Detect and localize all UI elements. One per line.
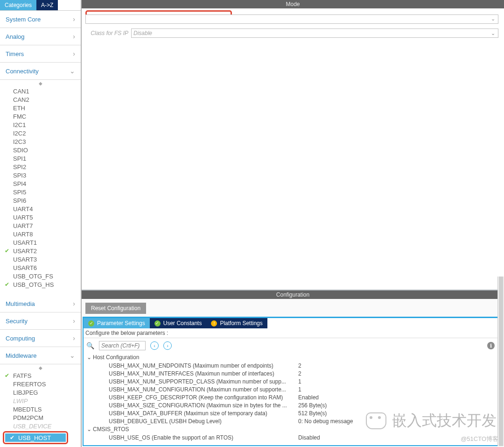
chevron-down-icon: ⌄ [70, 67, 75, 75]
chevron-down-icon: ⌄ [85, 426, 93, 433]
tree-item-can1[interactable]: ✔CAN1 [0, 87, 81, 95]
config-note: Configure the below parameters : [84, 328, 502, 338]
tree-item-usb_host[interactable]: ✔USB_HOST [5, 433, 66, 442]
tab-categories[interactable]: Categories [0, 0, 36, 10]
search-icon: 🔍 [86, 342, 94, 349]
param-row[interactable]: USBH_USE_OS (Enable the support of an RT… [85, 433, 502, 441]
group-security[interactable]: Security› [0, 312, 81, 330]
mode-hs-select[interactable]: ⌄ [85, 14, 498, 24]
tree-item-uart4[interactable]: ✔UART4 [0, 205, 81, 213]
tree-item-spi5[interactable]: ✔SPI5 [0, 188, 81, 196]
chevron-right-icon: › [73, 317, 75, 325]
group-multimedia[interactable]: Multimedia› [0, 295, 81, 312]
sidebar: Categories A->Z System Core›Analog›Timer… [0, 0, 82, 447]
group-analog[interactable]: Analog› [0, 28, 81, 45]
param-row[interactable]: USBH_DEBUG_LEVEL (USBH Debug Level)0: No… [85, 417, 502, 425]
param-row[interactable]: USBH_MAX_NUM_INTERFACES (Maximun number … [85, 369, 502, 377]
config-header: Configuration [82, 291, 504, 299]
check-icon: ✔ [5, 372, 11, 379]
tree-item-spi4[interactable]: ✔SPI4 [0, 179, 81, 188]
info-icon: ℹ [487, 342, 495, 349]
group-system-core[interactable]: System Core› [0, 11, 81, 28]
mode-row2-value: Disable [133, 30, 152, 36]
tree-item-freertos[interactable]: ✔FREERTOS [0, 380, 81, 388]
param-row[interactable]: USBH_MAX_SIZE_CONFIGURATION (Maximun siz… [85, 401, 502, 409]
tree-item-fmc[interactable]: ✔FMC [0, 112, 81, 121]
tree-item-usart3[interactable]: ✔USART3 [0, 255, 81, 263]
chevron-right-icon: › [73, 33, 75, 40]
tree-item-uart7[interactable]: ✔UART7 [0, 221, 81, 230]
reset-button[interactable]: Reset Configuration [85, 303, 146, 314]
group-timers[interactable]: Timers› [0, 45, 81, 63]
check-icon: ✔ [5, 248, 11, 254]
group-middleware[interactable]: Middleware⌄ [0, 347, 81, 364]
mode-header: Mode [82, 0, 504, 8]
tree-item-usart6[interactable]: ✔USART6 [0, 263, 81, 272]
group-computing[interactable]: Computing› [0, 330, 81, 347]
section-host-configuration[interactable]: ⌄Host Configuration [85, 353, 502, 362]
cfg-tab-user-constants[interactable]: ✓User Constants [150, 318, 207, 328]
tree-item-spi2[interactable]: ✔SPI2 [0, 163, 81, 171]
check-icon: ✓ [88, 320, 94, 326]
chevron-down-icon: ⌄ [491, 16, 495, 22]
param-row[interactable]: USBH_MAX_NUM_CONFIGURATION (Maximun numb… [85, 385, 502, 393]
chevron-right-icon: › [73, 50, 75, 57]
chevron-down-icon: ⌄ [85, 354, 93, 361]
tree-item-can2[interactable]: ✔CAN2 [0, 95, 81, 104]
tree-item-uart5[interactable]: ✔UART5 [0, 213, 81, 221]
tree-item-usb_otg_fs[interactable]: ✔USB_OTG_FS [0, 272, 81, 280]
param-row[interactable]: USBH_MAX_NUM_ENDPOINTS (Maximum number o… [85, 362, 502, 369]
tree-item-usb_otg_hs[interactable]: ✔USB_OTG_HS [0, 280, 81, 289]
tree-item-spi3[interactable]: ✔SPI3 [0, 171, 81, 179]
param-row[interactable]: USBH_MAX_NUM_SUPPORTED_CLASS (Maximun nu… [85, 377, 502, 385]
param-row[interactable]: USBH_MAX_DATA_BUFFER (Maximun size of te… [85, 409, 502, 417]
param-row[interactable]: USBH_KEEP_CFG_DESCRIPTOR (Keep the confi… [85, 393, 502, 401]
tree-item-usb_device: ✔USB_DEVICE [0, 422, 81, 430]
check-icon: ✔ [5, 281, 11, 288]
tree-item-spi1[interactable]: ✔SPI1 [0, 154, 81, 163]
search-next-button[interactable]: › [163, 341, 172, 350]
tree-item-i2c1[interactable]: ✔I2C1 [0, 121, 81, 129]
tab-az[interactable]: A->Z [36, 0, 58, 10]
search-input[interactable] [99, 341, 146, 350]
tree-item-i2c3[interactable]: ✔I2C3 [0, 137, 81, 146]
cfg-tab-parameter-settings[interactable]: ✓Parameter Settings [84, 318, 150, 328]
section-cmsis-rtos[interactable]: ⌄CMSIS_RTOS [85, 425, 502, 433]
tree-item-i2c2[interactable]: ✔I2C2 [0, 129, 81, 137]
chevron-down-icon: ⌄ [491, 30, 495, 36]
tree-item-eth[interactable]: ✔ETH [0, 104, 81, 112]
mode-fs-select[interactable]: Disable ⌄ [131, 28, 498, 38]
cfg-tab-platform-settings[interactable]: !Platform Settings [206, 318, 267, 328]
search-prev-button[interactable]: ‹ [150, 341, 159, 350]
mode-row2-label: Class for FS IP [87, 30, 131, 36]
tree-item-mbedtls[interactable]: ✔MBEDTLS [0, 405, 81, 413]
chevron-right-icon: › [73, 300, 75, 307]
tree-item-pdm2pcm[interactable]: ✔PDM2PCM [0, 413, 81, 422]
group-connectivity[interactable]: Connectivity⌄ [0, 63, 81, 80]
tree-item-usart1[interactable]: ✔USART1 [0, 238, 81, 247]
tree-item-lwip: ✔LWIP [0, 397, 81, 405]
tree-item-usart2[interactable]: ✔USART2 [0, 247, 81, 255]
chevron-right-icon: › [73, 334, 75, 342]
scrollbar[interactable] [497, 277, 504, 446]
tree-item-uart8[interactable]: ✔UART8 [0, 230, 81, 238]
chevron-down-icon: ⌄ [70, 352, 75, 359]
check-icon: ✓ [154, 320, 161, 326]
tree-item-libjpeg[interactable]: ✔LIBJPEG [0, 388, 81, 397]
tree-item-sdio[interactable]: ✔SDIO [0, 146, 81, 154]
tree-item-spi6[interactable]: ✔SPI6 [0, 196, 81, 205]
tree-item-fatfs[interactable]: ✔FATFS [0, 371, 81, 380]
check-icon: ✔ [10, 434, 16, 441]
chevron-right-icon: › [73, 15, 75, 23]
warn-icon: ! [211, 320, 217, 326]
